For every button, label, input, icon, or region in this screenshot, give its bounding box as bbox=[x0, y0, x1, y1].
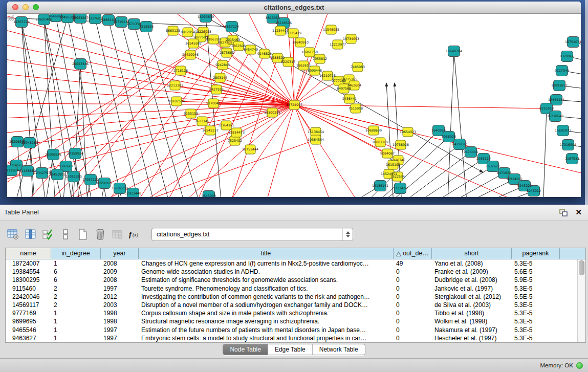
cell: de Silva et al. (2003) bbox=[432, 301, 512, 309]
cell: 1997 bbox=[101, 334, 139, 342]
cell: 1 bbox=[51, 317, 101, 325]
float-panel-icon[interactable] bbox=[559, 209, 568, 216]
cell: 0 bbox=[394, 326, 432, 334]
cell: 9115460 bbox=[6, 285, 51, 293]
edit-selection-icon[interactable] bbox=[41, 227, 55, 242]
cell: 0 bbox=[394, 268, 432, 276]
cell: 6 bbox=[51, 276, 101, 284]
cell: 18300295 bbox=[6, 276, 51, 284]
column-header-year[interactable]: year bbox=[101, 248, 139, 259]
table-row[interactable]: 1830029562008Estimation of significance … bbox=[6, 276, 585, 284]
graph-node-label: 6479197 bbox=[452, 142, 467, 146]
graph-node-label: 9170041 bbox=[206, 101, 221, 105]
cell: 5.9E-5 bbox=[512, 276, 560, 284]
graph-node-label: 9827503 bbox=[193, 35, 208, 39]
graph-node-label: 9474444 bbox=[464, 150, 478, 154]
cell: 0 bbox=[394, 309, 432, 317]
cell: 1997 bbox=[101, 326, 139, 334]
memory-status-indicator bbox=[576, 362, 583, 369]
graph-node-label: 1640954 bbox=[431, 128, 446, 132]
table-tabs: Node TableEdge TableNetwork Table bbox=[0, 344, 588, 355]
function-builder-icon[interactable]: f(x) bbox=[128, 227, 142, 242]
select-arrows-icon bbox=[342, 228, 353, 240]
graph-node-label: 18226058 bbox=[195, 30, 211, 33]
tab-node-table[interactable]: Node Table bbox=[223, 344, 268, 355]
cell: 5.3E-5 bbox=[512, 301, 560, 309]
table-row[interactable]: 1938455462009Genome-wide association stu… bbox=[6, 268, 585, 276]
column-header-title[interactable]: title bbox=[139, 248, 394, 259]
graph-node-label: 7485083 bbox=[351, 65, 365, 69]
graph-node-label: 12093832 bbox=[551, 83, 568, 87]
table-row[interactable]: 946362711997Embryonic stem cells: a mode… bbox=[6, 334, 585, 342]
table-row[interactable]: 977716911998Corpus callosum shape and si… bbox=[6, 309, 585, 317]
graph-node-label: 22420046 bbox=[182, 53, 199, 56]
table-row[interactable]: 1456911722003Disruption of a novel membe… bbox=[6, 301, 585, 309]
graph-node-label: 9397687 bbox=[59, 164, 73, 168]
table-settings-icon[interactable] bbox=[6, 227, 20, 242]
graph-node-label: 1350561 bbox=[9, 163, 24, 167]
cell: Wolkin et al. (1998) bbox=[432, 317, 512, 325]
graph-node-label: 8813054 bbox=[266, 16, 280, 19]
graph-node-label: 9777169 bbox=[332, 79, 346, 82]
graph-node-label: 1862615 bbox=[296, 63, 311, 67]
cell: 9699695 bbox=[6, 317, 51, 325]
graph-node-label: 1588520 bbox=[270, 56, 285, 59]
tab-edge-table[interactable]: Edge Table bbox=[268, 344, 312, 355]
cell: 0 bbox=[394, 276, 432, 284]
network-window-titlebar[interactable]: citations_edges.txt bbox=[7, 2, 581, 14]
graph-node-label: 2436441 bbox=[342, 97, 357, 100]
network-table-select[interactable]: citations_edges.txt bbox=[151, 228, 353, 241]
graph-node-label: 15051355 bbox=[66, 174, 82, 178]
graph-node-label: 18807269 bbox=[372, 140, 388, 144]
column-header-short[interactable]: short bbox=[432, 248, 512, 259]
row-height-icon[interactable] bbox=[58, 227, 72, 242]
application-desktop: citations_edges.txt 19355724206914069646… bbox=[0, 0, 588, 205]
network-canvas[interactable]: 1935572420691406964696918495309106532871… bbox=[7, 14, 581, 197]
graph-node-label: 8660128 bbox=[166, 29, 180, 32]
graph-node-label: 15692971 bbox=[555, 128, 571, 132]
table-row[interactable]: 2242004622012Investigating the contribut… bbox=[6, 293, 585, 301]
graph-node-label: 2875685 bbox=[220, 51, 234, 54]
graph-node-label: 9146821 bbox=[257, 52, 272, 55]
graph-node-label: 10924502 bbox=[506, 177, 522, 181]
cell: 2009 bbox=[101, 268, 139, 276]
graph-node-label: 7515526 bbox=[139, 25, 154, 28]
column-header-out-de-[interactable]: △ out_de… bbox=[394, 248, 432, 259]
graph-node-label: 18724007 bbox=[286, 103, 302, 106]
table-row[interactable]: 911546021997Tourette syndrome. Phenomeno… bbox=[6, 285, 585, 293]
graph-node-label: 8912954 bbox=[181, 30, 195, 34]
table-row[interactable]: 946554611997Estimation of the future num… bbox=[6, 326, 585, 334]
show-columns-icon[interactable] bbox=[24, 227, 37, 242]
new-table-icon[interactable] bbox=[76, 227, 90, 242]
cell: 2012 bbox=[101, 293, 139, 301]
scrollbar-thumb[interactable] bbox=[579, 260, 584, 275]
graph-node-label: 7515958 bbox=[349, 106, 363, 110]
delete-table-icon[interactable] bbox=[93, 227, 107, 242]
cell: 1998 bbox=[101, 317, 139, 325]
resize-grip-icon[interactable] bbox=[7, 14, 14, 21]
graph-node-label: 20053346 bbox=[72, 62, 89, 65]
cell: 0 bbox=[394, 285, 432, 293]
cell: 5.5E-5 bbox=[512, 293, 560, 301]
column-header-name[interactable]: name bbox=[6, 248, 51, 259]
cell: Franke et al. (2009) bbox=[432, 268, 512, 276]
table-row[interactable]: 969969511998Structural magnetic resonanc… bbox=[6, 317, 585, 325]
column-header-pagerank[interactable]: pagerank bbox=[512, 248, 560, 259]
tab-network-table[interactable]: Network Table bbox=[312, 344, 365, 355]
graph-node-label: 9242843 bbox=[215, 63, 230, 67]
graph-node-label: 17359924 bbox=[67, 151, 83, 155]
table-scrollbar[interactable] bbox=[577, 259, 585, 342]
column-header-in-degree[interactable]: in_degree bbox=[51, 248, 101, 259]
cell: Tibbo et al. (1998) bbox=[432, 309, 512, 317]
network-graph[interactable]: 1935572420691406964696918495309106532871… bbox=[7, 14, 581, 197]
graph-node-label: 18300295 bbox=[264, 111, 280, 114]
column-header-filler bbox=[560, 248, 585, 259]
cell: 9777169 bbox=[6, 309, 51, 317]
cell: 2 bbox=[51, 293, 101, 301]
network-window: citations_edges.txt 19355724206914069646… bbox=[7, 2, 581, 197]
table-row[interactable]: 1872400712008Changes of HCN gene express… bbox=[6, 259, 585, 268]
graph-node-label: 12164165 bbox=[218, 123, 234, 127]
cell: Disruption of a novel member of a sodium… bbox=[139, 301, 394, 309]
graph-node-label: 16958107 bbox=[96, 181, 113, 185]
close-panel-icon[interactable]: ✕ bbox=[575, 205, 582, 220]
